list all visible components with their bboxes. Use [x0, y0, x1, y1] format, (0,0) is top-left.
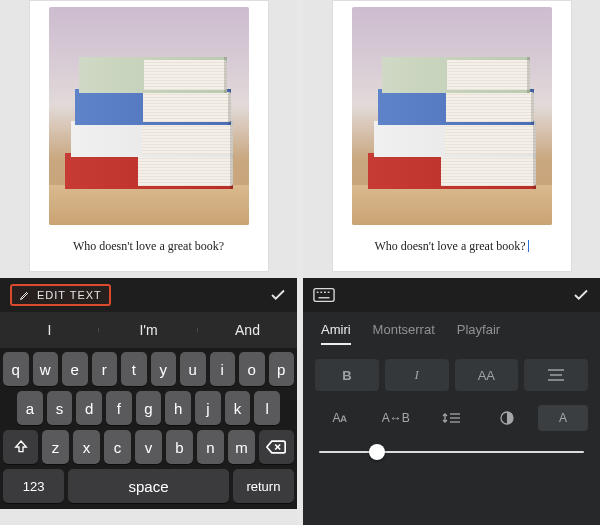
line-height-icon: [442, 411, 460, 425]
key-v[interactable]: v: [135, 430, 162, 464]
design-card[interactable]: Who doesn't love a great book?: [332, 0, 572, 272]
key-i[interactable]: i: [210, 352, 236, 386]
key-c[interactable]: c: [104, 430, 131, 464]
key-t[interactable]: t: [121, 352, 147, 386]
keyboard: qwertyuiop asdfghjkl zxcvbnm 123 space r…: [0, 348, 297, 509]
contrast-icon: [500, 411, 514, 425]
key-h[interactable]: h: [165, 391, 191, 425]
suggestion-1[interactable]: I: [0, 322, 99, 338]
key-l[interactable]: l: [254, 391, 280, 425]
edit-text-label: EDIT TEXT: [37, 289, 102, 301]
key-shift[interactable]: [3, 430, 38, 464]
key-g[interactable]: g: [136, 391, 162, 425]
key-d[interactable]: d: [76, 391, 102, 425]
suggestion-bar: I I'm And: [0, 312, 297, 348]
suggestion-2[interactable]: I'm: [99, 322, 198, 338]
letter-spacing-button[interactable]: A↔B: [371, 405, 421, 431]
left-canvas: Who doesn't love a great book?: [0, 0, 297, 278]
key-o[interactable]: o: [239, 352, 265, 386]
edit-text-button[interactable]: EDIT TEXT: [10, 284, 111, 306]
font-option-playfair[interactable]: Playfair: [457, 322, 500, 345]
confirm-icon[interactable]: [269, 286, 287, 304]
key-a[interactable]: a: [17, 391, 43, 425]
suggestion-3[interactable]: And: [198, 322, 297, 338]
key-backspace[interactable]: [259, 430, 294, 464]
key-r[interactable]: r: [92, 352, 118, 386]
key-k[interactable]: k: [225, 391, 251, 425]
svg-rect-2: [314, 289, 334, 302]
caps-button[interactable]: AA: [455, 359, 519, 391]
backspace-icon: [266, 440, 286, 454]
caption-text[interactable]: Who doesn't love a great book?: [374, 239, 528, 254]
key-y[interactable]: y: [151, 352, 177, 386]
shift-icon: [13, 439, 29, 455]
key-x[interactable]: x: [73, 430, 100, 464]
right-canvas: Who doesn't love a great book?: [303, 0, 600, 278]
align-icon: [548, 369, 564, 381]
key-b[interactable]: b: [166, 430, 193, 464]
key-q[interactable]: q: [3, 352, 29, 386]
text-cursor: [528, 240, 529, 252]
slider-track[interactable]: [319, 451, 584, 453]
tool-row: Aᴀ A↔B A: [315, 405, 588, 431]
key-w[interactable]: w: [33, 352, 59, 386]
line-height-button[interactable]: [427, 405, 477, 431]
slider-thumb[interactable]: [369, 444, 385, 460]
edit-bar: EDIT TEXT: [0, 278, 297, 312]
style-row: B I AA: [315, 359, 588, 391]
font-list: AmiriMontserratPlayfair: [315, 322, 588, 345]
align-button[interactable]: [524, 359, 588, 391]
key-z[interactable]: z: [42, 430, 69, 464]
contrast-button[interactable]: [482, 405, 532, 431]
key-u[interactable]: u: [180, 352, 206, 386]
key-return[interactable]: return: [233, 469, 294, 503]
slider[interactable]: [315, 445, 588, 453]
key-p[interactable]: p: [269, 352, 295, 386]
confirm-icon[interactable]: [572, 286, 590, 304]
books-photo: [49, 7, 249, 225]
books-photo: [352, 7, 552, 225]
design-card[interactable]: Who doesn't love a great book?: [29, 0, 269, 272]
left-pane: Who doesn't love a great book? EDIT TEXT…: [0, 0, 297, 525]
key-m[interactable]: m: [228, 430, 255, 464]
key-n[interactable]: n: [197, 430, 224, 464]
font-option-amiri[interactable]: Amiri: [321, 322, 351, 345]
key-space[interactable]: space: [68, 469, 229, 503]
right-pane: Who doesn't love a great book? AmiriMont…: [303, 0, 600, 525]
pencil-icon: [19, 289, 31, 301]
bold-button[interactable]: B: [315, 359, 379, 391]
typography-panel: AmiriMontserratPlayfair B I AA Aᴀ A↔B A: [303, 312, 600, 525]
typography-bar: [303, 278, 600, 312]
font-option-montserrat[interactable]: Montserrat: [373, 322, 435, 345]
key-s[interactable]: s: [47, 391, 73, 425]
key-f[interactable]: f: [106, 391, 132, 425]
caption-text[interactable]: Who doesn't love a great book?: [73, 239, 224, 254]
font-size-button[interactable]: Aᴀ: [315, 405, 365, 431]
italic-button[interactable]: I: [385, 359, 449, 391]
keyboard-icon[interactable]: [313, 287, 335, 303]
key-123[interactable]: 123: [3, 469, 64, 503]
key-e[interactable]: e: [62, 352, 88, 386]
key-j[interactable]: j: [195, 391, 221, 425]
text-box-button[interactable]: A: [538, 405, 588, 431]
